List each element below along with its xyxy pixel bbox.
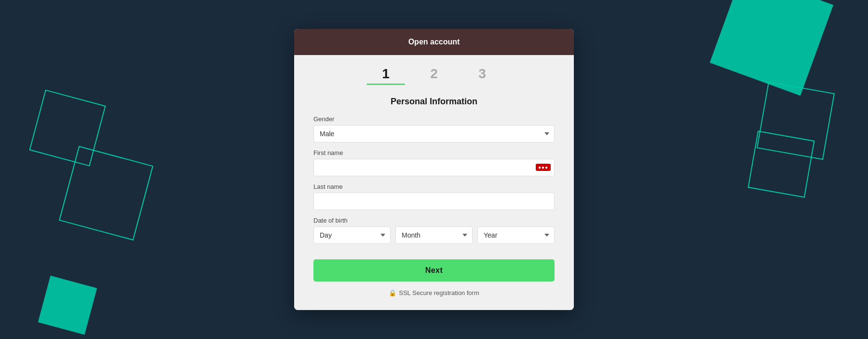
dob-month-select[interactable]: Month January February March April May J… bbox=[395, 226, 473, 244]
first-name-input[interactable] bbox=[313, 159, 555, 176]
bg-decoration-3 bbox=[38, 276, 97, 335]
step-3-line bbox=[463, 84, 502, 85]
dob-label: Date of birth bbox=[313, 217, 555, 224]
gender-label: Gender bbox=[313, 115, 555, 123]
step-2: 2 bbox=[410, 67, 458, 85]
bg-decoration-6 bbox=[747, 130, 814, 198]
modal-title: Open account bbox=[408, 38, 460, 46]
last-name-field-group: Last name bbox=[313, 183, 555, 210]
step-3-number: 3 bbox=[478, 67, 486, 82]
step-3: 3 bbox=[458, 67, 506, 85]
last-name-input[interactable] bbox=[313, 193, 555, 210]
last-name-label: Last name bbox=[313, 183, 555, 190]
modal-header: Open account bbox=[294, 29, 574, 55]
step-2-number: 2 bbox=[430, 67, 438, 82]
dob-day-field: Day 1 2 3 bbox=[313, 226, 391, 244]
first-name-error-badge: ●●● bbox=[536, 164, 551, 171]
bg-decoration-1 bbox=[29, 89, 106, 166]
bg-decoration-5 bbox=[757, 82, 835, 160]
step-indicators: 1 2 3 bbox=[313, 67, 555, 85]
dob-month-field: Month January February March April May J… bbox=[395, 226, 473, 244]
step-1-line bbox=[366, 84, 405, 85]
first-name-label: First name bbox=[313, 149, 555, 156]
first-name-input-wrapper: ●●● bbox=[313, 159, 555, 176]
modal-body: 1 2 3 Personal Information Gender Male F… bbox=[294, 55, 574, 310]
step-1: 1 bbox=[362, 67, 410, 85]
dob-day-select[interactable]: Day 1 2 3 bbox=[313, 226, 391, 244]
dob-year-select[interactable]: Year 2000 1999 1990 1980 bbox=[477, 226, 555, 244]
lock-icon: 🔒 bbox=[389, 289, 396, 297]
open-account-modal: Open account 1 2 3 Personal Information … bbox=[294, 29, 574, 310]
last-name-input-wrapper bbox=[313, 193, 555, 210]
dob-year-field: Year 2000 1999 1990 1980 bbox=[477, 226, 555, 244]
step-2-line bbox=[415, 84, 453, 85]
section-title: Personal Information bbox=[313, 97, 555, 107]
gender-select[interactable]: Male Female Other bbox=[313, 125, 555, 142]
bg-decoration-4 bbox=[710, 0, 833, 96]
first-name-field-group: First name ●●● bbox=[313, 149, 555, 176]
ssl-text: SSL Secure registration form bbox=[399, 289, 479, 297]
bg-decoration-2 bbox=[59, 146, 153, 240]
step-1-number: 1 bbox=[382, 67, 390, 82]
gender-field-group: Gender Male Female Other bbox=[313, 115, 555, 142]
dob-field-group: Date of birth Day 1 2 3 Month January Fe… bbox=[313, 217, 555, 244]
next-button[interactable]: Next bbox=[313, 259, 555, 282]
dob-row: Day 1 2 3 Month January February March A… bbox=[313, 226, 555, 244]
ssl-notice: 🔒 SSL Secure registration form bbox=[313, 289, 555, 297]
